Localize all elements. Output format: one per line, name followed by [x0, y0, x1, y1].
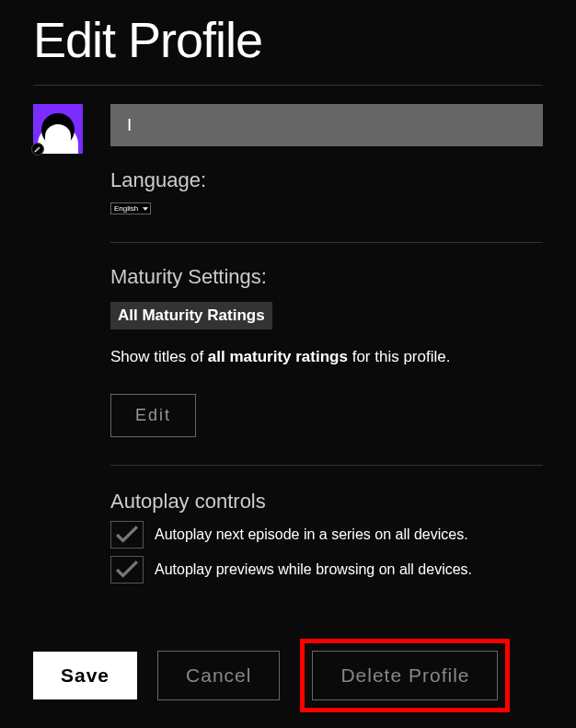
maturity-heading: Maturity Settings:	[110, 265, 543, 289]
highlight-annotation: Delete Profile	[300, 639, 510, 712]
autoplay-next-label: Autoplay next episode in a series on all…	[155, 526, 468, 543]
profile-name-input[interactable]	[110, 104, 543, 146]
pencil-icon[interactable]	[31, 143, 44, 156]
edit-maturity-button[interactable]: Edit	[110, 394, 196, 437]
page-title: Edit Profile	[33, 0, 543, 86]
cancel-button[interactable]: Cancel	[157, 651, 280, 700]
autoplay-previews-checkbox[interactable]	[110, 556, 144, 584]
check-icon	[115, 526, 139, 544]
divider	[110, 465, 543, 466]
language-select[interactable]: English	[110, 202, 151, 214]
maturity-description: Show titles of all maturity ratings for …	[110, 348, 543, 366]
autoplay-heading: Autoplay controls	[110, 490, 543, 514]
divider	[110, 242, 543, 243]
maturity-badge: All Maturity Ratings	[110, 302, 272, 329]
autoplay-previews-label: Autoplay previews while browsing on all …	[155, 561, 472, 578]
check-icon	[115, 560, 139, 579]
language-label: Language:	[110, 168, 543, 192]
avatar[interactable]	[33, 104, 83, 154]
save-button[interactable]: Save	[33, 652, 137, 699]
autoplay-next-checkbox[interactable]	[110, 521, 144, 549]
delete-profile-button[interactable]: Delete Profile	[312, 651, 498, 700]
footer-actions: Save Cancel Delete Profile	[33, 639, 543, 712]
